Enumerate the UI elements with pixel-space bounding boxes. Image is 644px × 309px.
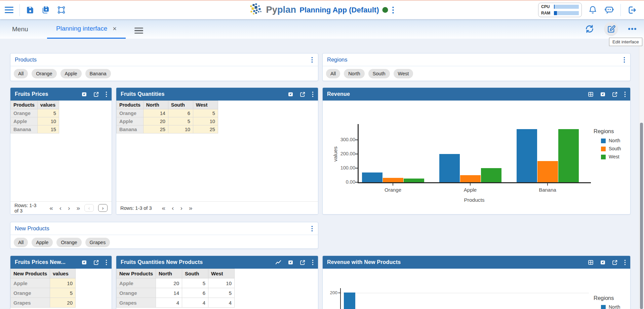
widget-menu-button[interactable] xyxy=(106,91,107,97)
bar-orange-west[interactable] xyxy=(404,179,424,182)
panel-menu-button[interactable] xyxy=(311,56,314,64)
tab-planning-interface[interactable]: Planning interface × xyxy=(47,19,126,39)
bar-apple-south[interactable] xyxy=(460,175,481,182)
panel-menu-button[interactable] xyxy=(623,56,626,64)
cell-value[interactable]: 14 xyxy=(143,109,168,117)
cell-value[interactable]: 5 xyxy=(208,288,235,298)
open-external-button[interactable] xyxy=(300,91,306,97)
menu-nav[interactable]: Menu xyxy=(12,26,28,33)
cell-value[interactable]: 20 xyxy=(143,117,168,125)
legend-swatch-north[interactable] xyxy=(601,305,606,309)
cell-value[interactable]: 20 xyxy=(156,278,182,288)
bar-banana-west[interactable] xyxy=(558,129,579,182)
product-chip-orange[interactable]: Orange xyxy=(32,69,56,78)
cell-value[interactable]: 25 xyxy=(143,125,168,133)
legend-label-west[interactable]: West xyxy=(609,154,619,159)
save-all-button[interactable] xyxy=(41,5,51,15)
cell-value[interactable]: 10 xyxy=(193,117,218,125)
chart-view-button[interactable] xyxy=(275,259,281,265)
column-page-next-button[interactable]: › xyxy=(98,204,108,212)
column-page-prev-button[interactable]: ‹ xyxy=(84,204,94,212)
new-product-chip-orange[interactable]: Orange xyxy=(56,238,81,247)
page-prev-icon[interactable]: ‹ xyxy=(172,205,174,211)
cell-value[interactable]: 20 xyxy=(50,298,76,308)
region-chip-south[interactable]: South xyxy=(368,69,390,78)
region-chip-all[interactable]: All xyxy=(326,69,340,78)
cell-value[interactable]: 6 xyxy=(168,109,193,117)
cell-value[interactable]: 10 xyxy=(50,278,76,288)
open-window-button[interactable] xyxy=(81,91,87,97)
cell-value[interactable]: 15 xyxy=(37,125,59,133)
cell-value[interactable]: 5 xyxy=(168,117,193,125)
widget-menu-button[interactable] xyxy=(312,260,314,265)
cell-value[interactable]: 5 xyxy=(193,109,218,117)
widget-menu-button[interactable] xyxy=(624,260,626,265)
cell-value[interactable]: 5 xyxy=(182,278,208,288)
legend-swatch-north[interactable] xyxy=(601,139,606,143)
cell-value[interactable]: 5 xyxy=(37,109,59,117)
open-window-button[interactable] xyxy=(600,91,606,97)
logout-button[interactable] xyxy=(627,5,637,15)
bar-apple-west[interactable] xyxy=(481,168,501,182)
product-chip-banana[interactable]: Banana xyxy=(85,69,111,78)
widget-menu-button[interactable] xyxy=(106,260,107,265)
save-button[interactable] xyxy=(25,5,35,15)
region-chip-west[interactable]: West xyxy=(394,69,413,78)
refresh-button[interactable] xyxy=(584,24,595,34)
bar-apple-north[interactable] xyxy=(439,154,460,182)
cell-value[interactable]: 10 xyxy=(168,125,193,133)
tab-close-icon[interactable]: × xyxy=(113,25,117,32)
open-external-button[interactable] xyxy=(612,260,618,265)
open-window-button[interactable] xyxy=(600,260,606,265)
cell-value[interactable]: 14 xyxy=(156,288,182,298)
cell-value[interactable]: 6 xyxy=(182,288,208,298)
legend-swatch-west[interactable] xyxy=(601,155,606,159)
more-actions-button[interactable] xyxy=(627,27,637,31)
page-prev-icon[interactable]: ‹ xyxy=(59,205,62,211)
widget-menu-button[interactable] xyxy=(624,91,626,97)
open-window-button[interactable] xyxy=(288,91,293,97)
product-chip-all[interactable]: All xyxy=(14,69,28,78)
selection-tool-button[interactable] xyxy=(56,5,66,15)
page-first-icon[interactable]: « xyxy=(162,205,166,211)
open-external-button[interactable] xyxy=(612,91,618,97)
bar-north[interactable] xyxy=(344,293,355,309)
cell-value[interactable]: 10 xyxy=(37,117,59,125)
cell-value[interactable]: 25 xyxy=(193,125,218,133)
app-menu-button[interactable] xyxy=(392,6,395,14)
panel-menu-button[interactable] xyxy=(311,225,314,232)
page-scrollbar[interactable] xyxy=(639,39,644,309)
table-view-button[interactable] xyxy=(588,91,594,97)
legend-label-south[interactable]: South xyxy=(609,146,621,151)
bar-banana-south[interactable] xyxy=(537,161,558,182)
bar-banana-north[interactable] xyxy=(517,129,537,182)
legend-label-north[interactable]: North xyxy=(609,304,620,309)
open-external-button[interactable] xyxy=(93,260,99,265)
open-external-button[interactable] xyxy=(300,260,306,265)
cell-value[interactable]: 4 xyxy=(156,298,182,308)
interface-list-button[interactable] xyxy=(134,25,144,36)
open-external-button[interactable] xyxy=(93,91,99,97)
page-last-icon[interactable]: » xyxy=(76,205,80,211)
table-view-button[interactable] xyxy=(588,260,594,265)
cell-value[interactable]: 4 xyxy=(208,298,235,308)
main-menu-button[interactable] xyxy=(4,5,14,15)
bar-orange-south[interactable] xyxy=(383,178,403,182)
new-product-chip-grapes[interactable]: Grapes xyxy=(85,238,110,247)
legend-swatch-south[interactable] xyxy=(601,147,606,151)
bar-orange-north[interactable] xyxy=(362,172,383,182)
open-window-button[interactable] xyxy=(81,260,87,265)
page-next-icon[interactable]: › xyxy=(68,205,70,211)
cell-value[interactable]: 5 xyxy=(50,288,76,298)
new-product-chip-all[interactable]: All xyxy=(14,238,28,247)
widget-menu-button[interactable] xyxy=(312,91,314,97)
cell-value[interactable]: 4 xyxy=(182,298,208,308)
assistant-button[interactable] xyxy=(604,4,615,15)
region-chip-north[interactable]: North xyxy=(344,69,364,78)
notifications-button[interactable] xyxy=(588,5,598,15)
new-product-chip-apple[interactable]: Apple xyxy=(32,238,53,247)
edit-interface-button[interactable] xyxy=(606,24,616,34)
legend-label-north[interactable]: North xyxy=(609,138,620,143)
scrollbar-thumb[interactable] xyxy=(640,123,643,309)
page-next-icon[interactable]: › xyxy=(180,205,182,211)
